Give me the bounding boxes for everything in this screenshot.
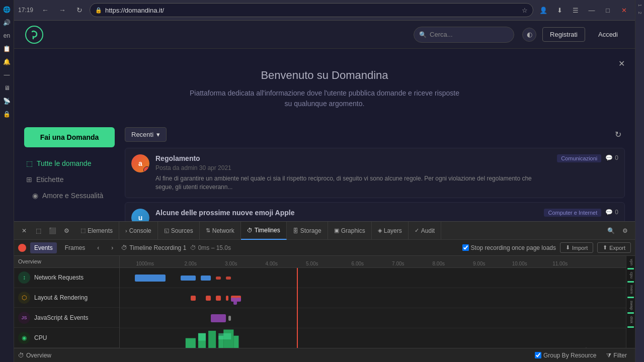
- timeline-prev-button[interactable]: ‹: [93, 243, 103, 253]
- browser-toolbar: 17:19 ← → ↻ 🔒 https://domandina.it/ ☆ 👤 …: [14, 0, 635, 20]
- back-button[interactable]: ←: [38, 3, 52, 17]
- menu-button[interactable]: ☰: [569, 3, 583, 17]
- edit-label: Overview: [18, 258, 41, 264]
- sidebar-icon-7[interactable]: 🖥: [2, 82, 13, 94]
- sidebar-icon-9[interactable]: 🔒: [2, 109, 13, 120]
- devtools-dock-button[interactable]: ⬚: [32, 225, 44, 237]
- tab-storage-label: Storage: [300, 227, 321, 234]
- storage-icon: 🗄: [293, 228, 298, 234]
- search-icon: 🔍: [419, 31, 427, 38]
- reload-button[interactable]: ↻: [72, 3, 87, 17]
- tick-1000ms: 1000ms: [136, 261, 154, 266]
- filter-bar: Recenti ▾ ↻: [125, 127, 625, 142]
- devtools-dock2-button[interactable]: ⬛: [46, 225, 58, 237]
- record-button[interactable]: [18, 244, 26, 252]
- export-button[interactable]: ⬆ Export: [597, 242, 631, 253]
- track-network-requests: [120, 268, 626, 288]
- question-title-1[interactable]: Regolamento: [155, 154, 551, 162]
- nav-adult[interactable]: ◉ Amore e Sessualità: [30, 188, 115, 204]
- welcome-close-button[interactable]: ✕: [618, 59, 625, 68]
- tab-graphics[interactable]: ▣ Graphics: [328, 222, 372, 240]
- label-row-cpu[interactable]: ◉ CPU: [14, 328, 119, 348]
- download-button[interactable]: ⬇: [552, 3, 567, 17]
- forward-button[interactable]: →: [55, 3, 69, 17]
- minimize-button[interactable]: —: [585, 3, 599, 17]
- filter-chevron-icon: ▾: [156, 131, 160, 138]
- sm-mem-bar: [627, 297, 634, 298]
- frames-tab[interactable]: Frames: [61, 242, 90, 253]
- filter-dropdown[interactable]: Recenti ▾: [125, 127, 167, 142]
- ask-question-button[interactable]: Fai una Domanda: [24, 127, 115, 147]
- devtools-search-button[interactable]: 🔍: [605, 225, 617, 237]
- label-row-network[interactable]: ↕ Network Requests: [14, 268, 119, 288]
- import-button[interactable]: ⬇ Import: [560, 242, 593, 253]
- devtools-close-button[interactable]: ✕: [18, 225, 30, 237]
- profile-button[interactable]: 👤: [536, 3, 550, 17]
- login-button[interactable]: Accedi: [591, 28, 625, 41]
- stop-recording-input[interactable]: [462, 244, 469, 251]
- network-block-4: [216, 277, 221, 280]
- clock-icon: ⏱: [121, 244, 127, 251]
- content-area: Fai una Domanda ⬚ Tutte le domande ⊞ Eti…: [24, 127, 625, 221]
- search-bar[interactable]: 🔍 Cerca...: [414, 27, 514, 43]
- sidebar-icon-8[interactable]: 📡: [2, 96, 13, 107]
- browser-chrome: 17:19 ← → ↻ 🔒 https://domandina.it/ ☆ 👤 …: [14, 0, 635, 21]
- overview-icon: ⏱: [18, 352, 24, 359]
- filter-overview-button[interactable]: ⧩ Filter: [602, 351, 631, 360]
- close-button[interactable]: ✕: [617, 3, 631, 17]
- label-row-layout[interactable]: ⬡ Layout & Rendering: [14, 288, 119, 308]
- welcome-title: Benvenuto su Domandina: [34, 69, 615, 82]
- question-tag-1[interactable]: Comunicazioni: [557, 154, 601, 162]
- tab-audit[interactable]: ✓ Audit: [409, 222, 441, 240]
- refresh-button[interactable]: ↻: [611, 128, 625, 142]
- label-row-js[interactable]: JS JavaScript & Events: [14, 308, 119, 328]
- network-requests-icon: ↕: [18, 272, 30, 284]
- tags-icon: ⊞: [26, 175, 32, 184]
- devtools-settings-button[interactable]: ⚙: [60, 225, 72, 237]
- group-by-resource-checkbox[interactable]: [535, 352, 541, 358]
- sm-cpu-bar: [627, 281, 634, 283]
- sidebar-icon-6[interactable]: —: [2, 69, 13, 80]
- nav-tags[interactable]: ⊞ Etichette: [24, 171, 115, 188]
- filter-icon: ⧩: [606, 352, 611, 359]
- layers-icon: ◈: [378, 227, 382, 234]
- sidebar-icon-4[interactable]: 📋: [2, 43, 13, 54]
- maximize-button[interactable]: □: [601, 3, 615, 17]
- stop-recording-label: Stop recording once page loads: [471, 244, 556, 251]
- sm-disk-label: disk: [626, 315, 635, 324]
- question-title-2[interactable]: Alcune delle prossime nuove emoji Apple: [155, 209, 538, 217]
- sidebar-icon-3[interactable]: en: [2, 30, 13, 41]
- tick-200s: 2.00s: [185, 261, 197, 266]
- tab-timelines[interactable]: ⏱ Timelines: [241, 222, 287, 240]
- question-tag-2[interactable]: Computer e Internet: [544, 209, 601, 217]
- star-icon[interactable]: ☆: [522, 7, 528, 14]
- tab-console[interactable]: › Console: [119, 222, 158, 240]
- export-label: Export: [609, 245, 625, 251]
- nav-all-questions[interactable]: ⬚ Tutte le domande: [24, 155, 115, 171]
- timeline-next-button[interactable]: ›: [107, 243, 117, 253]
- theme-toggle[interactable]: ◐: [522, 28, 536, 42]
- sidebar-icon-5[interactable]: 🔔: [2, 56, 13, 67]
- tick-300s: 3.00s: [225, 261, 237, 266]
- tab-layers[interactable]: ◈ Layers: [372, 222, 409, 240]
- tab-console-label: Console: [129, 227, 151, 234]
- rs-notifications[interactable]: 1: [636, 2, 643, 9]
- rs-item-2[interactable]: 2: [636, 10, 643, 16]
- sidebar-icon-1[interactable]: 🌐: [2, 4, 13, 15]
- address-bar[interactable]: 🔒 https://domandina.it/ ☆: [90, 3, 533, 17]
- devtools-settings2-button[interactable]: ⚙: [619, 225, 631, 237]
- events-tab[interactable]: Events: [30, 242, 57, 253]
- register-button[interactable]: Registrati: [542, 27, 585, 42]
- tab-storage[interactable]: 🗄 Storage: [287, 222, 328, 240]
- cpu-chart-svg: [120, 328, 626, 348]
- site-logo: [24, 25, 44, 45]
- timeline-tracks: Maximum CPU Usage: [120, 268, 626, 348]
- js-block-2: [228, 316, 231, 321]
- tab-elements[interactable]: ⬚ Elements: [74, 222, 119, 240]
- tick-1000s: 10.00s: [512, 261, 527, 266]
- tab-sources[interactable]: ◱ Sources: [158, 222, 200, 240]
- tab-network[interactable]: ⇅ Network: [200, 222, 241, 240]
- time-ruler: 1000ms 2.00s 3.00s 4.00s 5.00s 6.00s 7.0…: [120, 256, 626, 268]
- sidebar-icon-2[interactable]: 🔊: [2, 17, 13, 28]
- welcome-line1: Piattaforma dedicata all'informazione do…: [190, 89, 459, 97]
